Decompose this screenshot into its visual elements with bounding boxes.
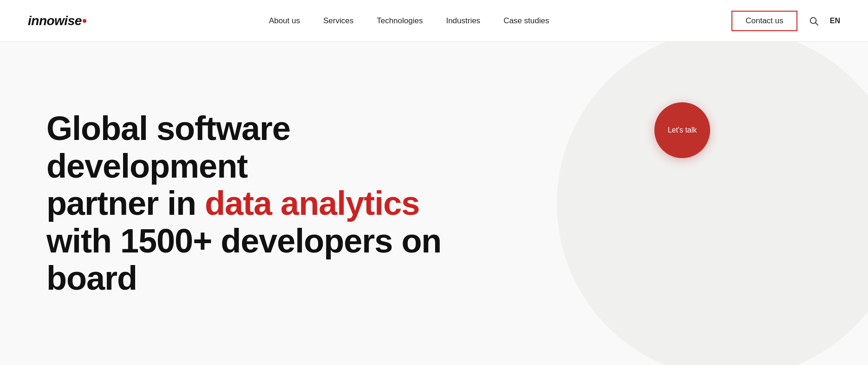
nav-item-about[interactable]: About us bbox=[269, 16, 300, 26]
hero-content: Global software development partner in d… bbox=[0, 73, 511, 334]
hero-title-line3: with 1500+ developers on board bbox=[46, 222, 441, 297]
navbar: innowise About us Services Technologies … bbox=[0, 0, 868, 42]
search-button[interactable] bbox=[809, 16, 819, 26]
hero-title: Global software development partner in d… bbox=[46, 110, 474, 297]
contact-us-button[interactable]: Contact us bbox=[731, 11, 797, 31]
nav-link-services[interactable]: Services bbox=[323, 16, 353, 25]
nav-right: Contact us EN bbox=[731, 11, 840, 31]
language-selector[interactable]: EN bbox=[830, 17, 840, 25]
logo-dot bbox=[83, 19, 86, 23]
search-icon bbox=[809, 16, 819, 26]
nav-link-technologies[interactable]: Technologies bbox=[377, 16, 423, 25]
lets-talk-button[interactable]: Let's talk bbox=[654, 102, 710, 158]
nav-link-case-studies[interactable]: Case studies bbox=[503, 16, 549, 25]
nav-item-industries[interactable]: Industries bbox=[446, 16, 480, 26]
bg-decoration-circle bbox=[557, 42, 868, 365]
nav-item-services[interactable]: Services bbox=[323, 16, 353, 26]
hero-section: Global software development partner in d… bbox=[0, 42, 868, 365]
nav-links: About us Services Technologies Industrie… bbox=[269, 16, 549, 26]
hero-title-highlight: data analytics bbox=[205, 185, 419, 222]
nav-item-case-studies[interactable]: Case studies bbox=[503, 16, 549, 26]
nav-link-about[interactable]: About us bbox=[269, 16, 300, 25]
hero-title-line2-normal: partner in bbox=[46, 185, 205, 222]
nav-item-technologies[interactable]: Technologies bbox=[377, 16, 423, 26]
hero-title-line1: Global software development bbox=[46, 110, 290, 185]
svg-line-1 bbox=[816, 23, 818, 25]
nav-link-industries[interactable]: Industries bbox=[446, 16, 480, 25]
logo-text: innowise bbox=[28, 13, 82, 28]
logo[interactable]: innowise bbox=[28, 13, 86, 28]
